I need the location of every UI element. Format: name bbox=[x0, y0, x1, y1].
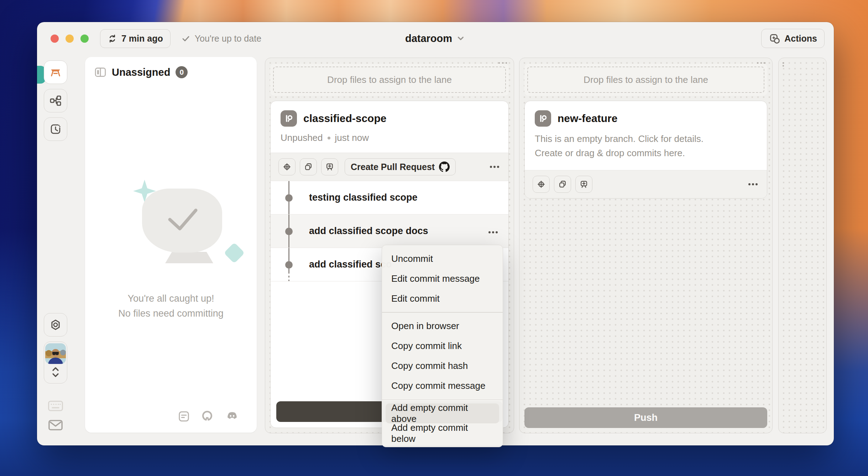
keyboard-icon bbox=[48, 400, 63, 412]
check-icon bbox=[181, 34, 190, 43]
empty-state-illustration bbox=[85, 171, 257, 288]
update-status: You're up to date bbox=[181, 33, 261, 44]
sync-icon bbox=[108, 34, 117, 43]
menu-item-copy-commit-link[interactable]: Copy commit link bbox=[382, 336, 503, 356]
commit-context-menu: Uncommit Edit commit message Edit commit… bbox=[382, 245, 503, 447]
unassigned-count-badge: 0 bbox=[176, 66, 188, 78]
actions-label: Actions bbox=[784, 33, 817, 44]
sidebar-item-workspace[interactable] bbox=[44, 60, 67, 84]
copy-icon bbox=[558, 179, 568, 189]
settings-button[interactable] bbox=[44, 313, 67, 337]
branch-kebab-menu[interactable] bbox=[752, 183, 754, 185]
gear-icon bbox=[49, 318, 62, 331]
project-name: dataroom bbox=[405, 33, 452, 44]
unassigned-split-icon bbox=[94, 67, 106, 78]
empty-branch-description: This is an empty branch. Click for detai… bbox=[525, 127, 767, 170]
drop-zone-hint: Drop files to assign to the lane bbox=[327, 74, 452, 85]
illustration-base bbox=[165, 252, 213, 263]
open-source-icon[interactable] bbox=[200, 409, 214, 423]
menu-item-edit-commit-message[interactable]: Edit commit message bbox=[382, 269, 503, 289]
copy-branch-button[interactable] bbox=[300, 158, 317, 175]
sidebar-item-branches[interactable] bbox=[44, 89, 67, 112]
branch-header: new-feature bbox=[525, 101, 767, 127]
history-icon bbox=[49, 123, 62, 136]
actions-sparkle-icon bbox=[769, 33, 780, 44]
assign-target-icon bbox=[536, 179, 546, 189]
keyboard-shortcuts-button[interactable] bbox=[48, 400, 63, 412]
mail-icon bbox=[48, 418, 63, 432]
add-commit-icon bbox=[325, 162, 335, 172]
chevron-down-icon bbox=[456, 33, 466, 43]
commit-message: add classified scope docs bbox=[309, 226, 428, 237]
github-icon bbox=[439, 162, 450, 172]
menu-item-copy-commit-hash[interactable]: Copy commit hash bbox=[382, 356, 503, 376]
drop-files-zone[interactable]: Drop files to assign to the lane bbox=[524, 64, 767, 96]
empty-state-subtitle: No files need committing bbox=[85, 308, 257, 319]
unassigned-header: Unassigned 0 bbox=[85, 57, 257, 78]
create-pull-request-label: Create Pull Request bbox=[351, 162, 435, 172]
branch-time: just now bbox=[335, 132, 369, 143]
menu-item-open-in-browser[interactable]: Open in browser bbox=[382, 316, 503, 336]
panel-footer-links bbox=[177, 409, 240, 423]
branch-card-new-feature[interactable]: new-feature This is an empty branch. Cli… bbox=[524, 101, 767, 199]
fetch-button[interactable]: 7 min ago bbox=[100, 29, 171, 48]
note-icon[interactable] bbox=[177, 410, 190, 423]
sidebar-item-history[interactable] bbox=[44, 117, 67, 141]
drop-zone-hint: Drop files to assign to the lane bbox=[584, 74, 708, 85]
commit-row[interactable]: testing classified scope bbox=[271, 181, 508, 215]
drop-files-zone[interactable]: Drop files to assign to the lane bbox=[270, 64, 509, 96]
account-switcher[interactable] bbox=[44, 342, 67, 384]
commit-kebab-menu[interactable] bbox=[492, 231, 494, 233]
titlebar: 7 min ago You're up to date dataroom Act… bbox=[37, 22, 834, 55]
discord-icon[interactable] bbox=[224, 410, 240, 423]
check-illustration-icon bbox=[161, 205, 204, 237]
empty-branch-line1: This is an empty branch. Click for detai… bbox=[535, 132, 757, 146]
commit-row[interactable]: add classified scope docs bbox=[271, 215, 508, 248]
menu-item-copy-commit-message[interactable]: Copy commit message bbox=[382, 376, 503, 396]
unassigned-title: Unassigned bbox=[112, 67, 170, 78]
commit-message: testing classified scope bbox=[309, 192, 418, 203]
commit-message: add classified sco bbox=[309, 259, 392, 270]
chevron-updown-icon bbox=[50, 364, 61, 380]
branch-toolbar: Create Pull Request bbox=[271, 153, 508, 181]
workspace-icon bbox=[49, 66, 62, 79]
branch-name: new-feature bbox=[558, 112, 617, 125]
branch-status: Unpushed bbox=[281, 132, 323, 143]
add-commit-icon bbox=[579, 179, 589, 189]
branch-toolbar bbox=[525, 170, 767, 198]
empty-branch-line2: Create or drag & drop commits here. bbox=[535, 146, 757, 160]
illustration-blob bbox=[142, 189, 222, 253]
unassigned-panel: Unassigned 0 You're all caught up! No fi… bbox=[85, 57, 257, 433]
add-dependent-branch-button[interactable] bbox=[575, 176, 592, 193]
commit-graph-tail bbox=[288, 272, 289, 281]
branch-badge-icon bbox=[281, 110, 297, 127]
copy-branch-button[interactable] bbox=[554, 176, 571, 193]
menu-item-add-empty-commit-above[interactable]: Add empty commit above bbox=[386, 403, 499, 423]
drag-handle-icon[interactable] bbox=[781, 62, 786, 67]
diamond-icon bbox=[224, 242, 245, 263]
left-sidebar bbox=[37, 22, 74, 445]
menu-separator bbox=[382, 400, 503, 400]
assign-target-button[interactable] bbox=[278, 158, 296, 175]
actions-button[interactable]: Actions bbox=[761, 29, 825, 48]
feedback-button[interactable] bbox=[48, 418, 63, 432]
menu-separator bbox=[382, 312, 503, 313]
assign-target-button[interactable] bbox=[533, 176, 550, 193]
meta-separator-dot bbox=[328, 137, 330, 139]
push-button[interactable]: Push bbox=[524, 407, 767, 428]
menu-item-uncommit[interactable]: Uncommit bbox=[382, 249, 503, 269]
branches-icon bbox=[49, 94, 62, 107]
branch-meta: Unpushed just now bbox=[281, 132, 498, 143]
create-pull-request-button[interactable]: Create Pull Request bbox=[345, 158, 456, 175]
lane-empty-partial bbox=[778, 58, 827, 433]
menu-item-edit-commit[interactable]: Edit commit bbox=[382, 289, 503, 308]
assign-target-icon bbox=[282, 162, 292, 172]
branch-header: classified-scope Unpushed just now bbox=[271, 101, 508, 153]
project-selector[interactable]: dataroom bbox=[405, 22, 466, 55]
fetch-label: 7 min ago bbox=[121, 33, 163, 44]
branch-kebab-menu[interactable] bbox=[493, 166, 496, 168]
branch-badge-icon bbox=[535, 110, 551, 127]
menu-item-add-empty-commit-below[interactable]: Add empty commit below bbox=[382, 423, 503, 443]
zoom-window-button[interactable] bbox=[80, 35, 89, 43]
add-dependent-branch-button[interactable] bbox=[321, 158, 338, 175]
